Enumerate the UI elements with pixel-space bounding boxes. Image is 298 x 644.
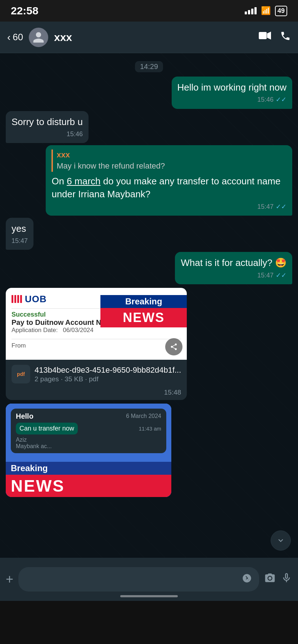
message-ticks: ✓✓ bbox=[276, 271, 286, 280]
message-time: 15:47 bbox=[257, 271, 274, 280]
message-out-1: Hello im working right now 15:46 ✓✓ bbox=[172, 77, 292, 109]
document-preview: UOB Successful Pay to Duitnow Account Nu… bbox=[6, 288, 187, 360]
chat-area: 14:29 Hello im working right now 15:46 ✓… bbox=[0, 53, 298, 601]
screenshot-aziz: Aziz bbox=[16, 437, 161, 443]
message-meta: 15:47 ✓✓ bbox=[181, 271, 286, 280]
input-bar: + bbox=[0, 558, 298, 601]
message-time: 15:47 bbox=[257, 202, 274, 211]
svg-rect-0 bbox=[259, 32, 267, 39]
screenshot-maybank: Maybank ac... bbox=[16, 443, 161, 450]
screenshot-time: 11:43 am bbox=[139, 426, 161, 432]
breaking-top-label: Breaking bbox=[100, 295, 187, 308]
home-indicator bbox=[120, 595, 178, 597]
scroll-down-button[interactable] bbox=[271, 530, 291, 551]
message-in-2: yes 15:47 bbox=[6, 218, 33, 250]
message-ticks: ✓✓ bbox=[276, 95, 286, 104]
message-time: 15:46 bbox=[257, 95, 274, 104]
status-time: 22:58 bbox=[11, 5, 39, 17]
quote-sender-name: xxx bbox=[57, 150, 286, 161]
uob-text: UOB bbox=[25, 294, 47, 305]
document-timestamp: 15:48 bbox=[6, 388, 187, 400]
wifi-icon: 📶 bbox=[261, 6, 271, 15]
contact-name: xxx bbox=[54, 31, 253, 43]
screenshot-hello-label: Hello bbox=[16, 412, 33, 420]
messages-list: 14:29 Hello im working right now 15:46 ✓… bbox=[0, 53, 298, 497]
document-info: pdf 413b4bec-d9e3-451e-9650-9bb82d4b1f..… bbox=[6, 360, 187, 388]
battery-icon: 49 bbox=[275, 6, 287, 16]
breaking-bottom-label: NEWS bbox=[100, 308, 187, 327]
svg-point-3 bbox=[248, 576, 249, 578]
message-meta: 15:47 bbox=[12, 236, 28, 245]
message-meta: 15:47 ✓✓ bbox=[51, 202, 286, 211]
status-bar: 22:58 📶 49 bbox=[0, 0, 298, 22]
avatar[interactable] bbox=[29, 28, 48, 47]
screenshot-transfer-msg: Can u transfer now bbox=[16, 423, 78, 434]
document-meta: 2 pages · 35 KB · pdf bbox=[35, 375, 181, 383]
message-time: 15:47 bbox=[12, 236, 28, 245]
message-time: 15:46 bbox=[67, 130, 83, 139]
document-details: 413b4bec-d9e3-451e-9650-9bb82d4b1f... 2 … bbox=[35, 365, 181, 383]
uob-bars-icon bbox=[12, 295, 22, 303]
svg-marker-1 bbox=[267, 32, 271, 40]
add-attachment-button[interactable]: + bbox=[6, 572, 13, 587]
divider-line-2 bbox=[12, 339, 181, 339]
screenshot-breaking-bottom: NEWS bbox=[6, 475, 171, 497]
breaking-news-overlay: Breaking NEWS bbox=[100, 295, 187, 327]
doc-date: Application Date: 06/03/2024 bbox=[12, 327, 181, 334]
message-text: On 6 march do you make any transfer to a… bbox=[51, 176, 280, 199]
camera-button[interactable] bbox=[264, 572, 276, 586]
message-input-field[interactable] bbox=[18, 567, 259, 592]
message-text: What is it for actually? 🤩 bbox=[181, 257, 286, 268]
video-call-button[interactable] bbox=[258, 31, 271, 44]
message-meta: 15:46 bbox=[12, 130, 83, 139]
screenshot-breaking-top: Breaking bbox=[6, 462, 171, 475]
voice-call-button[interactable] bbox=[280, 31, 291, 44]
message-image[interactable]: Hello 6 March 2024 Can u transfer now 11… bbox=[6, 404, 171, 497]
unread-count: 60 bbox=[13, 32, 23, 43]
message-meta: 15:46 ✓✓ bbox=[177, 95, 286, 104]
emoji-button[interactable] bbox=[242, 573, 252, 586]
screenshot-breaking-news: Breaking NEWS bbox=[6, 462, 171, 497]
message-text: Hello im working right now bbox=[177, 82, 286, 93]
quote-text: May i know the refund related? bbox=[57, 161, 286, 172]
message-out-2: xxx May i know the refund related? On 6 … bbox=[46, 145, 292, 216]
svg-point-2 bbox=[245, 576, 246, 578]
message-text: Sorry to disturb u bbox=[12, 116, 83, 127]
message-quote: xxx May i know the refund related? bbox=[51, 150, 286, 172]
header-actions bbox=[258, 31, 291, 44]
share-button[interactable] bbox=[165, 338, 182, 355]
person-icon bbox=[32, 31, 45, 44]
screenshot-date-label: 6 March 2024 bbox=[126, 413, 161, 419]
message-out-3: What is it for actually? 🤩 15:47 ✓✓ bbox=[175, 252, 292, 284]
pdf-icon: pdf bbox=[12, 365, 30, 383]
doc-from-label: From bbox=[12, 342, 181, 349]
microphone-button[interactable] bbox=[281, 572, 292, 586]
screenshot-preview: Hello 6 March 2024 Can u transfer now 11… bbox=[6, 404, 171, 497]
timestamp-divider: 14:29 bbox=[135, 61, 163, 72]
message-document[interactable]: UOB Successful Pay to Duitnow Account Nu… bbox=[6, 288, 187, 400]
message-text: yes bbox=[12, 223, 26, 234]
message-ticks: ✓✓ bbox=[276, 202, 286, 211]
back-arrow-icon: ‹ bbox=[7, 32, 10, 43]
message-in-1: Sorry to disturb u 15:46 bbox=[6, 111, 89, 143]
chat-header: ‹ 60 xxx bbox=[0, 22, 298, 53]
back-button[interactable]: ‹ 60 bbox=[7, 32, 23, 43]
document-filename: 413b4bec-d9e3-451e-9650-9bb82d4b1f... bbox=[35, 365, 181, 376]
status-icons: 📶 49 bbox=[245, 6, 287, 16]
signal-icon bbox=[245, 7, 257, 14]
